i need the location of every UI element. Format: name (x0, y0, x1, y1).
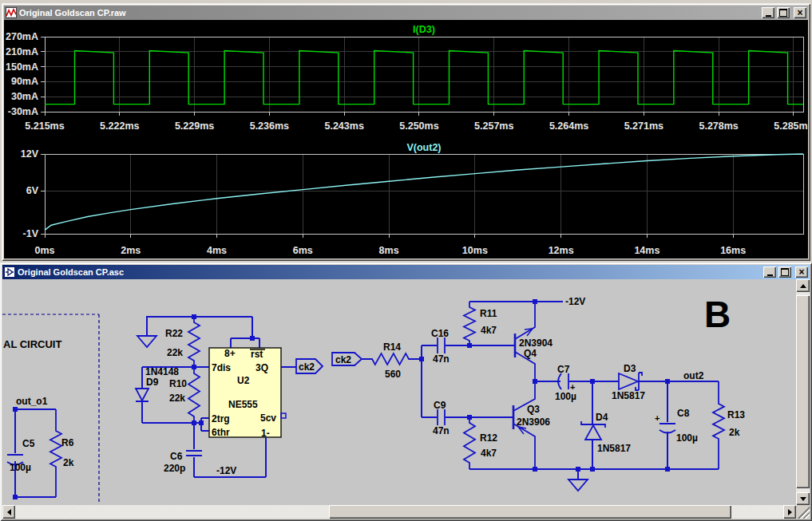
r14-resistor[interactable] (362, 353, 422, 365)
ck2-input-flag-label: ck2 (335, 354, 351, 365)
r13-resistor[interactable] (713, 381, 724, 469)
arrow-up-icon (800, 281, 806, 288)
c5-value: 100µ (10, 462, 31, 473)
d4-diode[interactable] (581, 421, 605, 440)
svg-text:5.264ms: 5.264ms (549, 120, 588, 132)
svg-text:8ms: 8ms (379, 245, 399, 256)
c6-value: 220p (164, 463, 185, 474)
c16-capacitor[interactable] (438, 337, 445, 353)
schematic-close-button[interactable]: × (795, 266, 808, 278)
d4-value: 1N5817 (597, 443, 631, 454)
r13-value: 2k (729, 427, 740, 438)
arrow-left-icon (4, 509, 11, 515)
schematic-minimize-button[interactable] (763, 266, 776, 278)
waveform-minimize-button[interactable] (762, 7, 774, 18)
waveform-window[interactable]: Original Goldscan CP.raw × 270mA210mA150… (2, 3, 810, 261)
waveform-canvas[interactable]: 270mA210mA150mA90mA30mA-30mA5.215ms5.222… (4, 20, 808, 259)
r12-resistor[interactable] (464, 417, 475, 469)
ground-icon[interactable] (568, 480, 588, 491)
r11-label: R11 (480, 308, 497, 319)
c8-capacitor[interactable] (660, 424, 675, 433)
resize-grip[interactable] (796, 505, 810, 519)
r22-label: R22 (165, 328, 183, 339)
ltspice-desktop: { "raw_window": { "title": "Original Gol… (0, 0, 812, 521)
u2-pin1-label: 1- (261, 428, 270, 439)
trace-label-vout2[interactable]: V(out2) (406, 142, 441, 153)
svg-text:10ms: 10ms (462, 245, 488, 256)
svg-text:5.236ms: 5.236ms (250, 120, 289, 132)
r6-value: 2k (63, 457, 74, 468)
scroll-right-button[interactable] (783, 505, 796, 519)
r10-label: R10 (169, 378, 187, 389)
u2-pin8-label: 8+ (224, 348, 236, 359)
c8-value: 100µ (676, 432, 698, 444)
r11-resistor[interactable] (464, 302, 475, 345)
vertical-scroll-thumb[interactable] (796, 295, 810, 488)
r10-resistor[interactable] (188, 367, 200, 423)
horizontal-scrollbar[interactable] (2, 505, 796, 519)
svg-text:270mA: 270mA (6, 31, 38, 42)
annotation-b: B (704, 294, 731, 335)
d3-label: D3 (624, 363, 636, 374)
u2-pin7-label: 7dis (212, 362, 231, 373)
schematic-canvas[interactable]: AL CIRCUIT out_o1 C5 100µ R6 2k R22 22k … (2, 279, 796, 505)
c9-capacitor[interactable] (438, 409, 445, 425)
r22-resistor[interactable] (188, 317, 200, 367)
svg-text:5.257ms: 5.257ms (474, 120, 513, 132)
c8-label: C8 (677, 408, 690, 419)
svg-text:5.278ms: 5.278ms (699, 120, 738, 132)
r10-value: 22k (169, 393, 185, 404)
r6-resistor[interactable] (50, 409, 61, 497)
waveform-maximize-button[interactable] (777, 7, 790, 18)
r13-label: R13 (727, 409, 745, 420)
arrow-down-icon (800, 497, 806, 504)
svg-text:5.229ms: 5.229ms (175, 120, 214, 132)
transistor-wires[interactable] (513, 302, 535, 469)
u2-pin5-terminal[interactable] (281, 413, 286, 418)
net-label-out-o1: out_o1 (16, 396, 48, 407)
maximize-icon (779, 9, 787, 17)
d9-label: D9 (146, 377, 159, 388)
region-label: AL CIRCUIT (3, 338, 61, 350)
close-icon: × (798, 267, 804, 277)
svg-text:5.250ms: 5.250ms (399, 120, 438, 132)
schematic-app-icon (4, 266, 15, 278)
schematic-maximize-button[interactable] (778, 266, 791, 278)
vertical-scrollbar[interactable] (796, 279, 810, 505)
c8-plus-sign: + (655, 413, 660, 423)
trace-label-id3[interactable]: I(D3) (413, 24, 435, 35)
c7-value: 100µ (555, 391, 576, 402)
ground-icon[interactable] (137, 336, 156, 347)
svg-text:14ms: 14ms (634, 245, 660, 256)
u2-value-label: NE555 (228, 399, 258, 410)
minimize-icon (767, 274, 773, 276)
d4-label: D4 (596, 412, 608, 423)
svg-text:5.285ms: 5.285ms (774, 120, 808, 132)
schematic-labels: AL CIRCUIT out_o1 C5 100µ R6 2k R22 22k … (3, 294, 745, 476)
r14-value: 560 (385, 369, 401, 380)
u2-pin3-label: 3Q (255, 362, 268, 373)
ck2-output-flag-label: ck2 (299, 361, 315, 373)
schematic-titlebar[interactable]: Original Goldscan CP.asc × (2, 265, 810, 279)
waveform-close-button[interactable]: × (794, 7, 806, 18)
d9-diode[interactable] (136, 389, 149, 401)
waveform-plot-area[interactable]: 270mA210mA150mA90mA30mA-30mA5.215ms5.222… (4, 20, 808, 259)
scroll-down-button[interactable] (796, 492, 810, 505)
r14-label: R14 (383, 341, 401, 353)
c6-capacitor[interactable] (186, 451, 202, 456)
pane-vout2[interactable]: 12V6V-1V0ms2ms4ms6ms8ms10ms12ms14ms16ms (21, 148, 803, 256)
waveform-app-icon (6, 7, 17, 18)
u2-pin5-label: 5cv (260, 412, 276, 424)
waveform-titlebar[interactable]: Original Goldscan CP.raw × (4, 6, 808, 20)
svg-text:12V: 12V (21, 148, 39, 160)
scroll-up-button[interactable] (796, 279, 810, 292)
svg-text:0ms: 0ms (34, 245, 54, 256)
svg-text:5.243ms: 5.243ms (324, 120, 363, 132)
r12-label: R12 (480, 432, 497, 444)
horizontal-scroll-thumb[interactable] (329, 505, 731, 519)
u2-ref-label: U2 (237, 375, 250, 386)
pane-id3[interactable]: 270mA210mA150mA90mA30mA-30mA5.215ms5.222… (6, 31, 808, 132)
u2-pin2-label: 2trg (212, 413, 230, 424)
d3-diode[interactable] (619, 373, 642, 390)
scroll-left-button[interactable] (2, 505, 15, 519)
